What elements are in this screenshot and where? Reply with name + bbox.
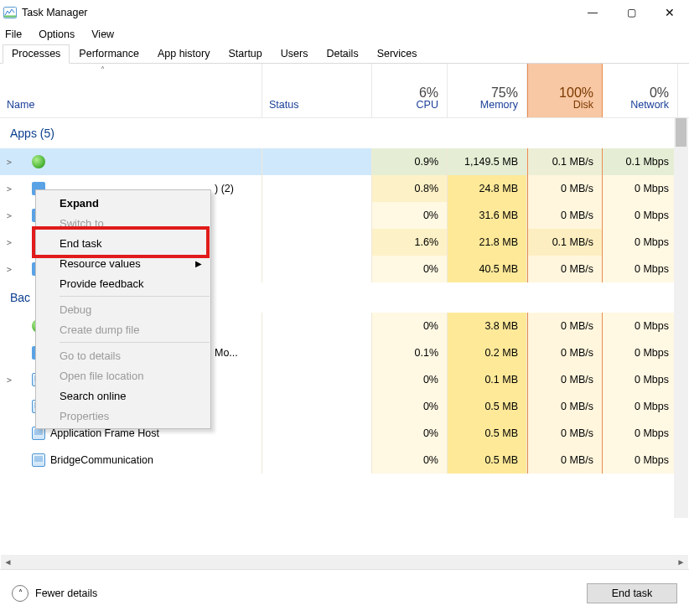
cell-memory: 0.5 MB (448, 447, 527, 474)
cell-network: 0.1 Mbps (603, 148, 678, 175)
col-name-label: Name (7, 99, 253, 111)
ctx-debug[interactable]: Debug (36, 299, 210, 319)
cell-memory: 0.1 MB (448, 366, 527, 393)
ctx-create-dump[interactable]: Create dump file (36, 319, 210, 339)
tab-startup[interactable]: Startup (219, 44, 271, 64)
cell-cpu: 0% (372, 420, 448, 447)
expand-icon[interactable]: > (5, 158, 13, 167)
col-status-label: Status (269, 99, 363, 111)
cell-disk: 0 MB/s (527, 339, 603, 366)
cell-disk: 0 MB/s (527, 313, 603, 339)
cell-network: 0 Mbps (603, 447, 678, 474)
cell-memory: 24.8 MB (448, 175, 527, 202)
close-button[interactable]: ✕ (650, 0, 689, 25)
cell-memory: 1,149.5 MB (448, 148, 527, 175)
maximize-button[interactable]: ▢ (612, 0, 650, 25)
vertical-scrollbar[interactable] (674, 118, 688, 518)
cell-cpu: 1.6% (372, 229, 448, 256)
svg-rect-1 (4, 16, 16, 18)
tabstrip: Processes Performance App history Startu… (0, 44, 689, 64)
table-row[interactable]: > 0.9% 1,149.5 MB 0.1 MB/s 0.1 Mbps (0, 148, 678, 175)
scroll-left-icon[interactable]: ◄ (1, 555, 15, 569)
tab-users[interactable]: Users (272, 44, 318, 64)
expand-icon[interactable]: > (5, 238, 13, 247)
cell-cpu: 0% (372, 447, 448, 474)
ctx-switch-to[interactable]: Switch to (36, 213, 210, 233)
group-apps[interactable]: Apps (5) (0, 118, 689, 148)
ctx-go-to-details[interactable]: Go to details (36, 345, 210, 365)
titlebar[interactable]: Task Manager — ▢ ✕ (0, 0, 689, 25)
menu-file[interactable]: File (5, 27, 30, 42)
expand-icon[interactable]: > (5, 184, 13, 194)
scrollbar-thumb[interactable] (676, 118, 686, 147)
process-icon (32, 155, 45, 168)
expand-icon[interactable]: > (5, 211, 13, 220)
cell-network: 0 Mbps (603, 420, 678, 447)
col-memory-label: Memory (480, 99, 518, 111)
ctx-resource-values[interactable]: Resource values ▶ (36, 253, 210, 273)
menu-view[interactable]: View (91, 27, 122, 42)
cell-cpu: 0% (372, 313, 448, 339)
process-name: BridgeCommunication (50, 454, 153, 466)
cell-network: 0 Mbps (603, 393, 678, 420)
chevron-up-icon: ˄ (12, 585, 28, 602)
expand-icon[interactable]: > (5, 375, 13, 385)
cell-disk: 0 MB/s (527, 420, 603, 447)
cell-memory: 3.8 MB (448, 313, 527, 339)
tab-services[interactable]: Services (368, 44, 427, 64)
cell-cpu: 0.1% (372, 339, 448, 366)
minimize-button[interactable]: — (573, 0, 612, 25)
group-apps-label: Apps (5) (10, 127, 54, 140)
cell-disk: 0 MB/s (527, 175, 603, 202)
ctx-search-online[interactable]: Search online (36, 386, 210, 406)
col-network[interactable]: 0% Network (603, 75, 678, 117)
ctx-expand[interactable]: Expand (36, 193, 210, 213)
cell-network: 0 Mbps (603, 339, 678, 366)
cell-cpu: 0.9% (372, 148, 448, 175)
fewer-details-button[interactable]: ˄ Fewer details (12, 585, 97, 602)
column-headers: Name Status 6% CPU 75% Memory 100% Disk … (0, 75, 689, 117)
col-status[interactable]: Status (262, 75, 372, 117)
tab-apphistory[interactable]: App history (148, 44, 220, 64)
sort-indicator-icon: ˄ (101, 65, 105, 75)
scroll-right-icon[interactable]: ► (674, 555, 688, 569)
submenu-arrow-icon: ▶ (195, 259, 202, 268)
ctx-properties[interactable]: Properties (36, 406, 210, 426)
table-row[interactable]: > BridgeCommunication 0% 0.5 MB 0 MB/s 0… (0, 447, 678, 474)
cell-memory: 0.5 MB (448, 420, 527, 447)
group-background-label: Bac (10, 291, 30, 304)
cell-network: 0 Mbps (603, 229, 678, 256)
ctx-end-task[interactable]: End task (36, 233, 210, 253)
cell-memory: 31.6 MB (448, 202, 527, 229)
footer: ˄ Fewer details End task (0, 570, 689, 616)
context-menu: Expand Switch to End task Resource value… (35, 189, 211, 429)
cell-memory: 0.2 MB (448, 339, 527, 366)
cell-disk: 0 MB/s (527, 366, 603, 393)
tab-details[interactable]: Details (317, 44, 367, 64)
ctx-open-file-loc[interactable]: Open file location (36, 365, 210, 386)
cell-network: 0 Mbps (603, 313, 678, 339)
col-name[interactable]: Name (0, 75, 262, 117)
cell-cpu: 0.8% (372, 175, 448, 202)
expand-icon[interactable]: > (5, 265, 13, 274)
col-cpu[interactable]: 6% CPU (372, 75, 448, 117)
process-icon (32, 453, 45, 467)
col-disk[interactable]: 100% Disk (527, 75, 603, 117)
col-disk-label: Disk (573, 99, 593, 111)
cell-cpu: 0% (372, 393, 448, 420)
tab-performance[interactable]: Performance (70, 44, 148, 64)
cell-disk: 0 MB/s (527, 202, 603, 229)
end-task-button[interactable]: End task (587, 583, 677, 603)
tab-processes[interactable]: Processes (3, 44, 70, 64)
cell-memory: 0.5 MB (448, 393, 527, 420)
horizontal-scrollbar[interactable]: ◄ ► (1, 555, 688, 569)
menubar: File Options View (0, 25, 689, 44)
ctx-provide-feedback[interactable]: Provide feedback (36, 273, 210, 293)
cell-cpu: 0% (372, 202, 448, 229)
cell-memory: 21.8 MB (448, 229, 527, 256)
menu-options[interactable]: Options (39, 27, 83, 42)
col-memory[interactable]: 75% Memory (448, 75, 527, 117)
cell-cpu: 0% (372, 366, 448, 393)
cell-disk: 0 MB/s (527, 393, 603, 420)
cell-disk: 0.1 MB/s (527, 229, 603, 256)
